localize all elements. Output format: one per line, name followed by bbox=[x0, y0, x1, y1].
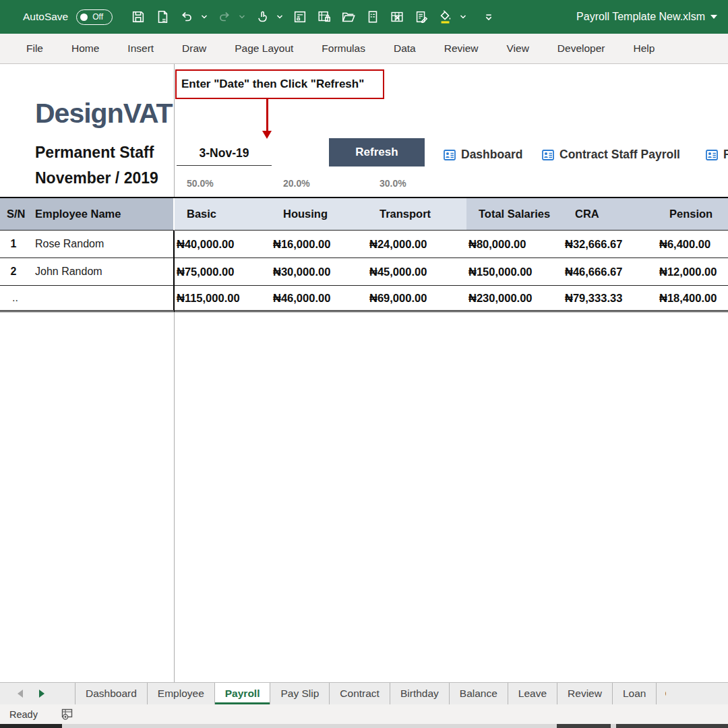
sheet-tab-contract[interactable]: Contract bbox=[330, 683, 390, 704]
sheet-tab-partial[interactable]: C bbox=[657, 683, 666, 704]
undo-dropdown-icon[interactable] bbox=[200, 13, 208, 21]
sheet-tab-dashboard[interactable]: Dashboard bbox=[75, 683, 148, 704]
macro-icon[interactable] bbox=[413, 9, 429, 25]
properties-icon[interactable] bbox=[365, 9, 381, 25]
scroll-sheets-left-icon[interactable] bbox=[18, 690, 23, 698]
sheet-tab-birthday[interactable]: Birthday bbox=[390, 683, 450, 704]
bottom-strip-segment bbox=[616, 724, 728, 728]
tab-review[interactable]: Review bbox=[430, 42, 493, 55]
table-row-cell[interactable]: ₦30,000.00 bbox=[271, 258, 367, 286]
table-row-cell[interactable]: ₦24,000.00 bbox=[367, 231, 466, 258]
tab-view[interactable]: View bbox=[493, 42, 543, 55]
form-icon[interactable] bbox=[292, 9, 308, 25]
table-row-cell[interactable]: John Random bbox=[27, 258, 175, 286]
autosave-toggle-knob bbox=[80, 13, 88, 21]
totals-row-cell[interactable]: ₦69,000.00 bbox=[367, 286, 466, 312]
callout-arrow bbox=[266, 99, 268, 131]
redo-icon[interactable] bbox=[216, 9, 233, 25]
autosave-state: Off bbox=[92, 12, 103, 22]
redo-dropdown-icon[interactable] bbox=[238, 13, 246, 21]
tab-data[interactable]: Data bbox=[380, 42, 430, 55]
tab-insert[interactable]: Insert bbox=[113, 42, 168, 55]
qat-overflow-icon[interactable] bbox=[481, 9, 497, 25]
instruction-callout: Enter "Date" then Click "Refresh" bbox=[175, 69, 384, 99]
totals-row-cell[interactable]: .. bbox=[0, 286, 27, 312]
totals-row-cell[interactable]: ₦230,000.00 bbox=[466, 286, 563, 312]
header-transport: Transport bbox=[367, 198, 466, 231]
date-input-cell[interactable]: 3-Nov-19 bbox=[177, 146, 272, 166]
touch-mode-icon[interactable] bbox=[254, 9, 270, 25]
payroll-period-label: November / 2019 bbox=[35, 169, 158, 187]
payslip-link-label: Pa bbox=[723, 148, 728, 162]
payslip-link-partial[interactable]: Pa bbox=[705, 148, 728, 162]
table-row-cell[interactable]: 2 bbox=[0, 258, 27, 286]
scroll-sheets-right-icon[interactable] bbox=[39, 690, 44, 698]
tab-home[interactable]: Home bbox=[57, 42, 113, 55]
table-row-cell[interactable]: ₦46,666.67 bbox=[563, 258, 657, 286]
table-row-cell[interactable]: 1 bbox=[0, 231, 27, 258]
sheet-tab-pay-slip[interactable]: Pay Slip bbox=[270, 683, 330, 704]
table-row-cell[interactable]: ₦45,000.00 bbox=[367, 258, 466, 286]
header-basic: Basic bbox=[175, 198, 271, 231]
title-bar: AutoSave Off bbox=[0, 0, 728, 34]
autosave-label: AutoSave bbox=[23, 11, 68, 23]
status-bar: Ready bbox=[0, 704, 728, 724]
table-row-cell[interactable]: Rose Random bbox=[27, 231, 175, 258]
tab-draw[interactable]: Draw bbox=[168, 42, 220, 55]
fill-color-dropdown-icon[interactable] bbox=[459, 13, 467, 21]
totals-row-cell[interactable]: ₦115,000.00 bbox=[175, 286, 271, 312]
tab-file[interactable]: File bbox=[12, 42, 57, 55]
worksheet: DesignVAT Permanent Staff November / 201… bbox=[0, 64, 728, 682]
contact-card-icon bbox=[705, 148, 719, 162]
undo-icon[interactable] bbox=[179, 9, 195, 25]
table-row-cell[interactable]: ₦6,400.00 bbox=[657, 231, 728, 258]
sheet-tab-balance[interactable]: Balance bbox=[450, 683, 508, 704]
delete-cells-icon[interactable] bbox=[389, 9, 405, 25]
payroll-type-label: Permanent Staff bbox=[35, 144, 154, 162]
sheet-tab-loan[interactable]: Loan bbox=[613, 683, 657, 704]
tab-help[interactable]: Help bbox=[619, 42, 669, 55]
table-row-cell[interactable]: ₦75,000.00 bbox=[175, 258, 271, 286]
totals-row-cell[interactable]: ₦79,333.33 bbox=[563, 286, 657, 312]
totals-row-cell[interactable]: ₦46,000.00 bbox=[271, 286, 367, 312]
fill-color-icon[interactable] bbox=[437, 9, 454, 25]
table-row-cell[interactable]: ₦40,000.00 bbox=[175, 231, 271, 258]
payroll-table: S/N Employee Name Basic Housing Transpor… bbox=[0, 197, 728, 312]
callout-arrow-head-icon bbox=[262, 131, 272, 139]
ribbon-tab-bar: File Home Insert Draw Page Layout Formul… bbox=[0, 34, 728, 64]
record-macro-icon[interactable] bbox=[61, 708, 73, 721]
protect-sheet-icon[interactable] bbox=[316, 9, 332, 25]
table-row-cell[interactable]: ₦80,000.00 bbox=[466, 231, 563, 258]
sheet-tab-employee[interactable]: Employee bbox=[148, 683, 215, 704]
transport-percentage-label: 30.0% bbox=[380, 178, 406, 189]
header-employee-name: Employee Name bbox=[27, 198, 175, 231]
touch-mode-dropdown-icon[interactable] bbox=[276, 13, 284, 21]
contract-staff-payroll-link-label: Contract Staff Payroll bbox=[559, 148, 680, 162]
table-row-cell[interactable]: ₦32,666.67 bbox=[563, 231, 657, 258]
header-cra: CRA bbox=[563, 198, 657, 231]
print-preview-icon[interactable] bbox=[154, 9, 171, 25]
dashboard-link-label: Dashboard bbox=[461, 148, 522, 162]
table-row-cell[interactable]: ₦16,000.00 bbox=[271, 231, 367, 258]
save-icon[interactable] bbox=[130, 9, 146, 25]
sheet-tab-payroll[interactable]: Payroll bbox=[215, 683, 271, 704]
totals-row-cell[interactable]: ₦18,400.00 bbox=[657, 286, 728, 312]
autosave-toggle[interactable]: Off bbox=[76, 9, 113, 25]
tab-developer[interactable]: Developer bbox=[543, 42, 619, 55]
basic-percentage-label: 50.0% bbox=[187, 178, 214, 189]
contract-staff-payroll-link[interactable]: Contract Staff Payroll bbox=[541, 148, 680, 162]
table-row-cell[interactable]: ₦150,000.00 bbox=[466, 258, 563, 286]
sheet-tab-review[interactable]: Review bbox=[557, 683, 613, 704]
tab-page-layout[interactable]: Page Layout bbox=[220, 42, 307, 55]
bottom-strip-segment bbox=[0, 724, 62, 728]
header-sn: S/N bbox=[0, 198, 27, 231]
document-title[interactable]: Payroll Template New.xlsm bbox=[576, 11, 717, 23]
sheet-tab-leave[interactable]: Leave bbox=[508, 683, 557, 704]
totals-row-cell[interactable] bbox=[27, 286, 175, 312]
header-total-salaries: Total Salaries bbox=[466, 198, 563, 231]
refresh-button[interactable]: Refresh bbox=[329, 138, 425, 166]
open-folder-icon[interactable] bbox=[340, 9, 357, 25]
dashboard-link[interactable]: Dashboard bbox=[443, 148, 522, 162]
tab-formulas[interactable]: Formulas bbox=[307, 42, 380, 55]
table-row-cell[interactable]: ₦12,000.00 bbox=[657, 258, 728, 286]
